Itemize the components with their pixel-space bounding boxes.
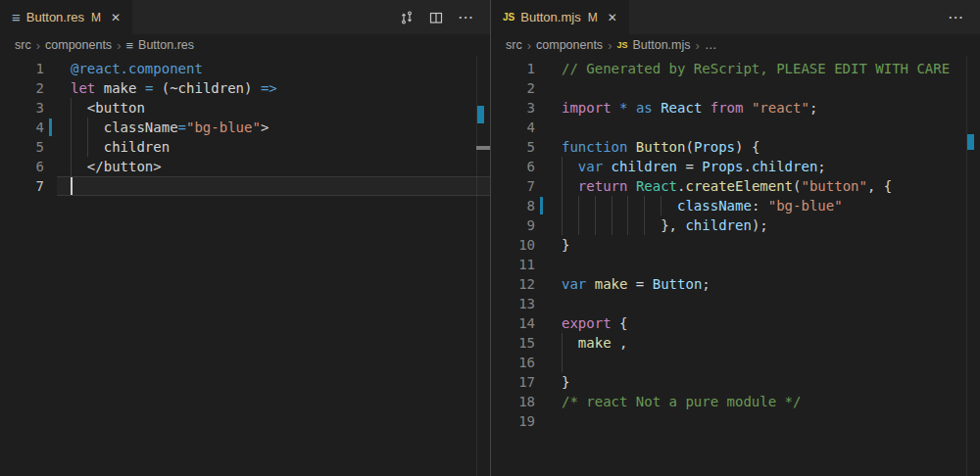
line-number[interactable]: 4 [0,118,57,137]
code-line-content: export { [548,313,980,333]
code-line[interactable]: 3import * as React from "react"; [491,98,980,118]
breadcrumb-folder[interactable]: components [45,38,112,52]
breadcrumb-file[interactable]: Button.res [138,38,194,52]
line-number[interactable]: 2 [0,78,57,98]
indent-guide [627,196,628,215]
tab-button-res[interactable]: ≡ Button.res M ✕ [0,0,133,34]
line-number[interactable]: 6 [491,157,548,176]
line-number[interactable]: 5 [0,137,57,157]
overview-ruler[interactable] [966,56,980,476]
code-line[interactable]: 17} [491,372,980,392]
code-line[interactable]: 5 children [0,137,490,157]
tab-button-mjs[interactable]: JS Button.mjs M ✕ [491,0,630,34]
code-segment: : [752,198,768,214]
code-segment: React [636,178,677,194]
code-segment: * [619,100,636,116]
code-line[interactable]: 12var make = Button; [491,274,980,294]
editor-actions: ⋯ [399,0,490,34]
line-number[interactable]: 13 [491,294,548,313]
line-number[interactable]: 4 [491,118,548,137]
indent-guide [612,196,612,215]
code-editor[interactable]: 1// Generated by ReScript, PLEASE EDIT W… [491,56,980,476]
code-line[interactable]: 6 </button> [0,157,490,176]
line-number[interactable]: 11 [491,255,548,274]
code-line[interactable]: 1@react.component [0,59,490,78]
code-segment: { [619,315,627,331]
code-line[interactable]: 1// Generated by ReScript, PLEASE EDIT W… [491,59,980,78]
code-line-content [57,176,490,196]
code-segment: </button> [71,159,162,174]
line-number[interactable]: 3 [491,98,548,118]
line-number[interactable]: 7 [491,176,548,196]
code-line-content [548,411,980,431]
code-line[interactable]: 5function Button(Props) { [491,137,980,157]
breadcrumb-folder[interactable]: src [15,38,31,52]
code-line[interactable]: 4 [491,118,980,137]
code-segment: @react.component [71,61,203,76]
code-segment: = [677,159,702,174]
line-number[interactable]: 7 [0,176,57,196]
code-line[interactable]: 2let make = (~children) => [0,78,490,98]
code-line[interactable]: 11 [491,255,980,274]
line-number[interactable]: 1 [491,59,548,78]
more-actions-icon[interactable]: ⋯ [948,10,964,25]
code-line-content [548,255,980,274]
line-number[interactable]: 16 [491,353,548,372]
breadcrumb-folder[interactable]: components [536,38,603,52]
code-segment: as [636,100,661,116]
chevron-right-icon: › [36,38,40,53]
breadcrumb-file[interactable]: Button.mjs [632,38,690,52]
code-line[interactable]: 16 [491,353,980,372]
code-line[interactable]: 6 var children = Props.children; [491,157,980,176]
line-number[interactable]: 15 [491,333,548,353]
line-number[interactable]: 18 [491,392,548,411]
line-number[interactable]: 2 [491,78,548,98]
breadcrumb-symbol-ellipsis[interactable]: … [705,38,717,52]
line-number[interactable]: 14 [491,313,548,333]
line-number[interactable]: 19 [491,411,548,431]
line-number[interactable]: 6 [0,157,57,176]
code-line[interactable]: 7 return React.createElement("button", { [491,176,980,196]
code-line[interactable]: 15 make , [491,333,980,353]
code-line[interactable]: 9 }, children); [491,215,980,235]
code-line[interactable]: 7 [0,176,490,196]
code-line[interactable]: 8 className: "bg-blue" [491,196,980,215]
line-number[interactable]: 1 [0,59,57,78]
code-line-content: <button [57,98,490,118]
overview-ruler[interactable] [476,56,490,476]
code-line[interactable]: 13 [491,294,980,313]
open-changes-icon[interactable] [399,10,415,25]
code-line[interactable]: 4 className="bg-blue"> [0,118,490,137]
code-line[interactable]: 10} [491,235,980,255]
line-number[interactable]: 10 [491,235,548,255]
line-number[interactable]: 9 [491,215,548,235]
close-tab-icon[interactable]: ✕ [111,11,121,24]
code-segment: Props [694,139,735,155]
indent-guide [87,118,88,137]
tab-label: Button.mjs [520,10,580,24]
code-line-content [548,78,980,98]
more-actions-icon[interactable]: ⋯ [458,10,474,25]
code-segment: var [578,159,612,174]
indent-guide [562,333,563,353]
code-line[interactable]: 3 <button [0,98,490,118]
code-editor[interactable]: 1@react.component2let make = (~children)… [0,56,490,476]
line-number[interactable]: 8 [491,196,548,215]
code-segment: ; [809,100,817,116]
breadcrumb-folder[interactable]: src [506,38,522,52]
code-line[interactable]: 2 [491,78,980,98]
code-line[interactable]: 14export { [491,313,980,333]
line-number[interactable]: 12 [491,274,548,294]
line-number[interactable]: 5 [491,137,548,157]
close-tab-icon[interactable]: ✕ [608,11,617,24]
code-line[interactable]: 19 [491,411,980,431]
line-number[interactable]: 17 [491,372,548,392]
split-editor-icon[interactable] [428,10,444,25]
code-line[interactable]: 18/* react Not a pure module */ [491,392,980,411]
indent-guide [87,137,88,157]
code-segment: import [562,100,619,116]
line-number[interactable]: 3 [0,98,57,118]
indent-guide [562,157,563,176]
code-line-content: import * as React from "react"; [548,98,980,118]
breadcrumb: src › components › JS Button.mjs › … [491,34,980,56]
